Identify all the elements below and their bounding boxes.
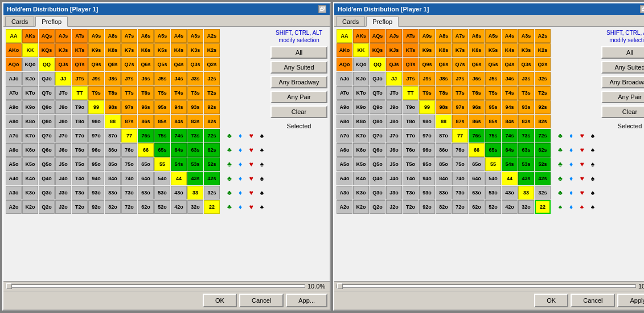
cell-75o[interactable]: 75o: [452, 157, 468, 171]
cell-K4s[interactable]: K4s: [171, 43, 187, 57]
cell-QJo[interactable]: QJo: [39, 72, 55, 86]
cell-T7s[interactable]: T7s: [121, 86, 137, 100]
cell-88[interactable]: 88: [105, 115, 121, 128]
cell-A2s[interactable]: A2s: [204, 29, 220, 43]
cell-K6o[interactable]: K6o: [353, 143, 369, 157]
cell-73o[interactable]: 73o: [452, 186, 468, 200]
slider-right[interactable]: [337, 284, 636, 288]
any-pair-btn-left[interactable]: Any Pair: [270, 91, 327, 103]
cell-J7s[interactable]: J7s: [452, 72, 468, 86]
cell-53o[interactable]: 53o: [485, 186, 501, 200]
cell-A2o[interactable]: A2o: [337, 200, 352, 214]
cell-72s[interactable]: 72s: [204, 129, 220, 143]
cell-T6o[interactable]: T6o: [72, 143, 88, 157]
cell-T9o[interactable]: T9o: [72, 100, 88, 114]
cell-82o[interactable]: 82o: [436, 200, 452, 214]
ok-btn-right[interactable]: OK: [534, 294, 568, 307]
cell-86o[interactable]: 86o: [436, 143, 452, 157]
cell-99[interactable]: 99: [419, 100, 435, 114]
cell-Q8o[interactable]: Q8o: [370, 115, 385, 128]
cell-85s[interactable]: 85s: [485, 115, 501, 128]
cell-KJs[interactable]: KJs: [55, 43, 71, 57]
cell-A8o[interactable]: A8o: [337, 115, 352, 128]
cell-Q2s[interactable]: Q2s: [535, 58, 551, 71]
cell-73o[interactable]: 73o: [121, 186, 137, 200]
cell-98s[interactable]: 98s: [436, 100, 452, 114]
cell-K5o[interactable]: K5o: [353, 157, 369, 171]
cell-83s[interactable]: 83s: [187, 115, 203, 128]
cell-JTo[interactable]: JTo: [55, 86, 71, 100]
cell-76s[interactable]: 76s: [138, 129, 154, 143]
cell-94s[interactable]: 94s: [171, 100, 187, 114]
slider-thumb-left[interactable]: [6, 283, 12, 289]
cell-83o[interactable]: 83o: [105, 186, 121, 200]
cell-AJo[interactable]: AJo: [337, 72, 352, 86]
cell-88[interactable]: 88: [436, 115, 452, 128]
cell-94o[interactable]: 94o: [419, 172, 435, 185]
cell-Q8o[interactable]: Q8o: [39, 115, 55, 128]
cell-87o[interactable]: 87o: [105, 129, 121, 143]
cell-K5s[interactable]: K5s: [485, 43, 501, 57]
cell-T8s[interactable]: T8s: [105, 86, 121, 100]
cell-J4s[interactable]: J4s: [171, 72, 187, 86]
cell-Q5o[interactable]: Q5o: [39, 157, 55, 171]
cell-K8s[interactable]: K8s: [436, 43, 452, 57]
cell-A4o[interactable]: A4o: [6, 172, 22, 185]
cell-33[interactable]: 33: [187, 186, 203, 200]
cell-KQo[interactable]: KQo: [353, 58, 369, 71]
cell-JTs[interactable]: JTs: [403, 72, 419, 86]
cell-T3s[interactable]: T3s: [518, 86, 534, 100]
cell-A5o[interactable]: A5o: [337, 157, 352, 171]
cell-J3s[interactable]: J3s: [187, 72, 203, 86]
any-broadway-btn-right[interactable]: Any Broadway: [601, 76, 644, 88]
cell-96s[interactable]: 96s: [138, 100, 154, 114]
cell-76o[interactable]: 76o: [121, 143, 137, 157]
cell-T6s[interactable]: T6s: [138, 86, 154, 100]
cell-QQ[interactable]: QQ: [39, 58, 55, 71]
cell-ATo[interactable]: ATo: [337, 86, 352, 100]
cell-KQo[interactable]: KQo: [22, 58, 38, 71]
cell-32s[interactable]: 32s: [204, 186, 220, 200]
cell-K2o[interactable]: K2o: [353, 200, 369, 214]
cell-K6s[interactable]: K6s: [469, 43, 485, 57]
cell-J6o[interactable]: J6o: [386, 143, 402, 157]
cell-T8o[interactable]: T8o: [72, 115, 88, 128]
cell-T5s[interactable]: T5s: [485, 86, 501, 100]
cell-J3o[interactable]: J3o: [55, 186, 71, 200]
cell-Q2o[interactable]: Q2o: [39, 200, 55, 214]
cell-54o[interactable]: 54o: [154, 172, 170, 185]
cell-K6o[interactable]: K6o: [22, 143, 38, 157]
cell-A5o[interactable]: A5o: [6, 157, 22, 171]
cell-KK[interactable]: KK: [22, 43, 38, 57]
cell-K3s[interactable]: K3s: [187, 43, 203, 57]
cell-A9s[interactable]: A9s: [419, 29, 435, 43]
cell-95o[interactable]: 95o: [419, 157, 435, 171]
cell-32o[interactable]: 32o: [518, 200, 534, 214]
slider-left[interactable]: [6, 284, 305, 288]
cell-K4s[interactable]: K4s: [502, 43, 518, 57]
cell-Q5s[interactable]: Q5s: [485, 58, 501, 71]
cell-T5s[interactable]: T5s: [154, 86, 170, 100]
cell-42s[interactable]: 42s: [204, 172, 220, 185]
cell-K3o[interactable]: K3o: [22, 186, 38, 200]
cell-Q9o[interactable]: Q9o: [370, 100, 385, 114]
cell-QJs[interactable]: QJs: [386, 58, 402, 71]
cell-86s[interactable]: 86s: [138, 115, 154, 128]
cell-J8s[interactable]: J8s: [105, 72, 121, 86]
cell-T7s[interactable]: T7s: [452, 86, 468, 100]
cell-J9o[interactable]: J9o: [386, 100, 402, 114]
cell-AKo[interactable]: AKo: [337, 43, 352, 57]
cell-J6o[interactable]: J6o: [55, 143, 71, 157]
cell-T7o[interactable]: T7o: [72, 129, 88, 143]
any-broadway-btn-left[interactable]: Any Broadway: [270, 76, 327, 88]
cell-JJ[interactable]: JJ: [386, 72, 402, 86]
cell-A7s[interactable]: A7s: [121, 29, 137, 43]
cell-93o[interactable]: 93o: [419, 186, 435, 200]
cell-64s[interactable]: 64s: [502, 143, 518, 157]
cell-Q9s[interactable]: Q9s: [88, 58, 104, 71]
cell-A4s[interactable]: A4s: [171, 29, 187, 43]
cell-ATo[interactable]: ATo: [6, 86, 22, 100]
cell-Q6o[interactable]: Q6o: [370, 143, 385, 157]
cell-84s[interactable]: 84s: [171, 115, 187, 128]
cell-Q5o[interactable]: Q5o: [370, 157, 385, 171]
